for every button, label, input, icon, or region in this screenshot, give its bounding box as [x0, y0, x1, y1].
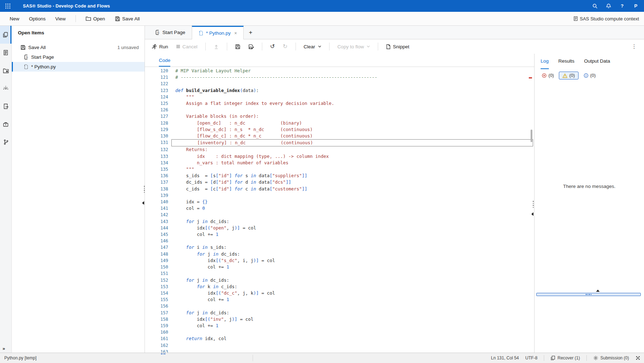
- open-item-start-page[interactable]: S Start Page: [12, 52, 145, 62]
- right-splitter-collapse-icon[interactable]: [531, 212, 533, 216]
- log-horizontal-splitter[interactable]: [536, 293, 641, 296]
- code-line-148[interactable]: 148 for j in dc_ids:: [145, 251, 534, 257]
- run-button[interactable]: Run: [151, 44, 168, 49]
- code-line-128[interactable]: 128 [open_dc] : n_dc (binary): [145, 120, 534, 126]
- code-line-160[interactable]: 160: [145, 329, 534, 335]
- rail-expand-toggle[interactable]: »: [3, 346, 5, 351]
- code-line-152[interactable]: 152 for j in dc_ids:: [145, 277, 534, 284]
- copy-to-flow-button[interactable]: Copy to flow: [337, 44, 370, 49]
- code-line-153[interactable]: 153 for k in c_ids:: [145, 284, 534, 290]
- open-items-save-all[interactable]: Save All 1 unsaved: [12, 43, 145, 52]
- code-line-158[interactable]: 158 idx[("inv", j)] = col: [145, 316, 534, 323]
- menu-view[interactable]: View: [55, 16, 66, 21]
- code-line-146[interactable]: 146: [145, 238, 534, 244]
- code-line-163[interactable]: 163: [145, 349, 534, 353]
- search-icon[interactable]: [590, 3, 600, 9]
- code-line-136[interactable]: 136 s_ids = [s["id"] for s in data["supp…: [145, 173, 534, 179]
- code-scroll-area[interactable]: 120# MIP Variable Layout Helper121# ----…: [145, 67, 534, 353]
- menu-save-all[interactable]: Save All: [115, 16, 140, 21]
- cancel-button[interactable]: Cancel: [176, 44, 197, 49]
- tab-output-data[interactable]: Output Data: [584, 58, 610, 69]
- menu-new[interactable]: New: [10, 16, 19, 21]
- compute-context-selector[interactable]: SAS Studio compute context: [574, 16, 639, 21]
- undo-button[interactable]: ↺: [270, 44, 275, 49]
- code-line-149[interactable]: 149 idx[("s_dc", i, j)] = col: [145, 257, 534, 264]
- code-line-154[interactable]: 154 idx[("dc_c", j, k)] = col: [145, 290, 534, 296]
- code-line-150[interactable]: 150 col += 1: [145, 264, 534, 270]
- notifications-bell-icon[interactable]: [603, 3, 614, 9]
- code-line-143[interactable]: 143 for j in dc_ids:: [145, 218, 534, 225]
- right-splitter-handle[interactable]: [533, 201, 534, 208]
- code-line-131[interactable]: 131 [inventory] : n_dc (continuous): [145, 139, 534, 146]
- code-line-120[interactable]: 120# MIP Variable Layout Helper: [145, 68, 534, 74]
- code-line-141[interactable]: 141 col = 0: [145, 205, 534, 212]
- code-line-139[interactable]: 139: [145, 192, 534, 199]
- code-line-145[interactable]: 145 col += 1: [145, 231, 534, 238]
- help-icon[interactable]: ?: [617, 3, 628, 9]
- more-options-kebab-icon[interactable]: ⋮: [624, 43, 644, 50]
- code-line-155[interactable]: 155 col += 1: [145, 296, 534, 303]
- code-line-123[interactable]: 123def build_variable_index(data):: [145, 87, 534, 94]
- app-switcher-icon[interactable]: [5, 3, 11, 9]
- profile-avatar[interactable]: P: [630, 3, 641, 9]
- open-item-python-file[interactable]: * Python.py: [12, 62, 145, 72]
- tab-code[interactable]: Code: [159, 58, 170, 67]
- tab-results[interactable]: Results: [558, 58, 575, 69]
- menu-open[interactable]: Open: [86, 16, 105, 21]
- code-line-147[interactable]: 147 for i in s_ids:: [145, 244, 534, 251]
- save-as-button[interactable]: [248, 44, 254, 49]
- code-line-156[interactable]: 156: [145, 303, 534, 309]
- rail-programs[interactable]: [0, 44, 11, 62]
- code-line-122[interactable]: 122: [145, 81, 534, 87]
- clear-button[interactable]: Clear: [304, 44, 321, 49]
- code-line-162[interactable]: 162: [145, 342, 534, 349]
- code-line-137[interactable]: 137 dc_ids = [d["id"] for d in data["dcs…: [145, 179, 534, 185]
- code-line-142[interactable]: 142: [145, 212, 534, 218]
- code-line-144[interactable]: 144 idx[("open", j)] = col: [145, 225, 534, 231]
- rail-snippets[interactable]: [0, 97, 11, 115]
- statusbar-splitter-dots[interactable]: [161, 353, 165, 354]
- code-line-124[interactable]: 124 """: [145, 94, 534, 100]
- submit-button[interactable]: [214, 44, 219, 49]
- statusbar-divider: [544, 355, 544, 361]
- menu-options[interactable]: Options: [29, 16, 46, 21]
- editor-vertical-scrollbar[interactable]: [531, 130, 532, 142]
- code-line-129[interactable]: 129 [flow_s_dc] : n_s * n_dc (continuous…: [145, 126, 534, 133]
- left-splitter-handle[interactable]: [144, 186, 145, 193]
- code-line-138[interactable]: 138 c_ids = [c["id"] for c in data["cust…: [145, 186, 534, 192]
- rail-tasks[interactable]: [0, 115, 11, 133]
- snippet-button[interactable]: Snippet: [386, 44, 409, 49]
- warning-filter-badge[interactable]: (0): [559, 72, 578, 79]
- code-line-126[interactable]: 126: [145, 107, 534, 113]
- code-line-140[interactable]: 140 idx = {}: [145, 199, 534, 205]
- new-tab-button[interactable]: +: [244, 29, 257, 36]
- code-line-125[interactable]: 125 Assign a flat integer index to every…: [145, 100, 534, 107]
- rail-open-items[interactable]: [0, 26, 11, 44]
- rail-environment[interactable]: [0, 79, 11, 97]
- code-line-157[interactable]: 157 for j in dc_ids:: [145, 310, 534, 316]
- recover-button[interactable]: Recover (1): [551, 355, 580, 360]
- redo-button[interactable]: ↻: [283, 44, 287, 49]
- tab-python-file[interactable]: * Python.py ×: [192, 26, 244, 39]
- rail-git[interactable]: [0, 133, 11, 151]
- code-line-159[interactable]: 159 col += 1: [145, 323, 534, 329]
- code-line-133[interactable]: 133 idx : dict mapping (type, ...) -> co…: [145, 153, 534, 160]
- info-filter-badge[interactable]: (0): [582, 72, 597, 79]
- code-line-132[interactable]: 132 Returns:: [145, 146, 534, 153]
- expand-statusbar-icon[interactable]: [635, 355, 640, 360]
- left-splitter-collapse-icon[interactable]: [142, 201, 144, 205]
- close-tab-icon[interactable]: ×: [234, 30, 237, 36]
- rail-explorer[interactable]: [0, 62, 11, 79]
- code-line-134[interactable]: 134 n_vars : total number of variables: [145, 160, 534, 166]
- code-line-135[interactable]: 135 """: [145, 166, 534, 173]
- code-line-121[interactable]: 121# -----------------------------------…: [145, 74, 534, 81]
- code-line-130[interactable]: 130 [flow_dc_c] : n_dc * n_c (continuous…: [145, 133, 534, 139]
- code-line-151[interactable]: 151: [145, 270, 534, 277]
- code-line-161[interactable]: 161 return idx, col: [145, 335, 534, 342]
- tab-log[interactable]: Log: [541, 58, 549, 69]
- code-line-127[interactable]: 127 Variable blocks (in order):: [145, 113, 534, 120]
- tab-start-page[interactable]: S Start Page: [148, 26, 192, 39]
- save-button[interactable]: [235, 44, 240, 49]
- error-filter-badge[interactable]: (0): [540, 72, 556, 79]
- submission-button[interactable]: Submission (0): [593, 355, 629, 360]
